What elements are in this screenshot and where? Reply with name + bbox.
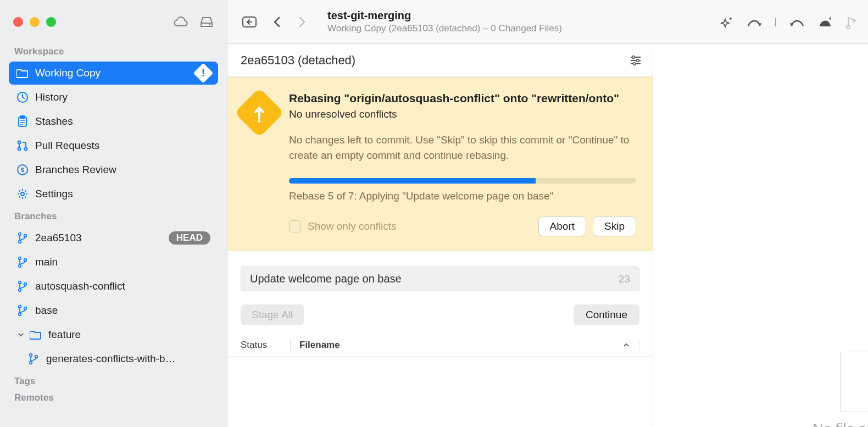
minimize-window-button[interactable] (30, 17, 40, 27)
warning-icon (235, 88, 285, 138)
sidebar-top (0, 0, 227, 44)
nav-forward-button[interactable] (291, 11, 313, 33)
file-placeholder-icon (840, 352, 868, 412)
branch-item-main[interactable]: main (9, 251, 218, 274)
filters-icon[interactable] (630, 56, 642, 65)
branch-label: autosquash-conflict (35, 280, 210, 292)
rebase-hint: No changes left to commit. Use "Skip" to… (289, 132, 636, 163)
branch-icon (16, 256, 29, 268)
wc-header-label: 2ea65103 (detached) (241, 53, 355, 68)
push-icon[interactable] (817, 15, 833, 29)
sidebar-item-label: Stashes (35, 115, 210, 127)
folder-label: feature (48, 329, 210, 341)
continue-button[interactable]: Continue (574, 304, 639, 325)
clock-icon (16, 91, 29, 103)
folder-icon (30, 329, 42, 341)
sparkle-icon[interactable] (720, 15, 734, 29)
svg-point-24 (35, 356, 38, 358)
sidebar-item-label: Pull Requests (35, 140, 210, 152)
th-status[interactable]: Status (241, 340, 290, 351)
sidebar-item-pull-requests[interactable]: Pull Requests (9, 134, 218, 157)
alert-badge-icon: ! (193, 63, 214, 84)
rebase-title: Rebasing "origin/autosquash-conflict" on… (289, 92, 636, 105)
branch-item-feature-child[interactable]: generates-conflicts-with-b… (9, 347, 218, 370)
sidebar-item-label: Working Copy (35, 67, 190, 79)
branch-icon (27, 353, 40, 365)
file-table-header: Status Filename (227, 340, 653, 357)
branch-label: base (35, 304, 210, 317)
svg-point-30 (258, 120, 261, 123)
branch-item-base[interactable]: base (9, 299, 218, 322)
svg-point-27 (632, 56, 635, 58)
svg-point-12 (24, 235, 27, 237)
repo-title: test-git-merging (327, 9, 562, 22)
workspace-header: Workspace (14, 46, 218, 57)
close-window-button[interactable] (13, 17, 23, 27)
svg-point-11 (19, 241, 21, 243)
svg-point-9 (21, 192, 24, 196)
disk-icon[interactable] (199, 16, 214, 28)
svg-point-17 (19, 289, 21, 292)
sidebar-item-stashes[interactable]: Stashes (9, 110, 218, 133)
merge-icon[interactable] (845, 14, 857, 30)
cloud-icon[interactable] (173, 16, 188, 28)
rebase-banner: Rebasing "origin/autosquash-conflict" on… (227, 77, 653, 251)
sidebar-body: Workspace Working Copy ! History Stashes (0, 44, 227, 427)
repo-subtitle: Working Copy (2ea65103 (detached) – 0 Ch… (327, 23, 562, 34)
branch-folder-feature[interactable]: feature (9, 323, 218, 346)
sidebar-item-branches-review[interactable]: $ Branches Review (9, 158, 218, 181)
gear-icon (16, 188, 29, 200)
branches-header: Branches (14, 211, 218, 222)
branch-icon (16, 232, 29, 244)
sidebar-item-working-copy[interactable]: Working Copy ! (9, 62, 218, 85)
head-badge: HEAD (169, 231, 210, 245)
abort-button[interactable]: Abort (538, 217, 586, 236)
skip-button[interactable]: Skip (593, 217, 636, 236)
nav-back-button[interactable] (266, 11, 288, 33)
folder-icon (16, 67, 29, 79)
svg-point-15 (24, 259, 27, 262)
svg-point-4 (18, 141, 21, 144)
traffic-lights (13, 17, 56, 27)
rebase-progress (289, 178, 636, 184)
svg-point-0 (209, 24, 211, 26)
fetch-icon[interactable] (746, 16, 763, 28)
divider (639, 340, 639, 351)
show-conflicts-checkbox[interactable]: Show only conflicts (289, 220, 397, 232)
rebase-progress-label: Rebase 5 of 7: Applying "Update welcome … (289, 190, 636, 202)
svg-text:$: $ (21, 167, 24, 173)
rebase-subtitle: No unresolved conflicts (289, 108, 636, 120)
svg-point-5 (18, 148, 21, 151)
divider (290, 340, 291, 351)
branch-icon (16, 304, 29, 317)
svg-point-10 (19, 233, 21, 236)
back-to-sidebar-button[interactable] (238, 11, 260, 33)
pull-request-icon (16, 140, 29, 152)
sidebar-item-label: History (35, 91, 210, 103)
tags-header: Tags (14, 376, 218, 387)
rebase-progress-bar (289, 178, 536, 184)
review-icon: $ (16, 164, 29, 176)
chevron-down-icon (16, 332, 25, 337)
remotes-header: Remotes (14, 392, 218, 403)
no-file-label: No file s (813, 421, 866, 427)
stage-all-button[interactable]: Stage All (241, 304, 304, 325)
svg-point-18 (24, 283, 27, 286)
svg-point-6 (25, 148, 27, 151)
branch-label: 2ea65103 (35, 232, 162, 244)
svg-point-16 (19, 281, 21, 284)
sidebar-item-settings[interactable]: Settings (9, 182, 218, 206)
branch-item-detached[interactable]: 2ea65103 HEAD (9, 226, 218, 249)
commit-char-count: 23 (619, 273, 630, 285)
sidebar-item-history[interactable]: History (9, 86, 218, 109)
th-filename[interactable]: Filename (299, 340, 622, 351)
sort-icon[interactable] (622, 342, 635, 348)
svg-point-19 (19, 306, 21, 308)
branch-item-autosquash[interactable]: autosquash-conflict (9, 275, 218, 298)
working-copy-header: 2ea65103 (detached) (227, 44, 653, 77)
maximize-window-button[interactable] (46, 17, 56, 27)
pull-icon[interactable] (789, 16, 805, 28)
center-pane: 2ea65103 (detached) Rebasing "origin/aut… (227, 44, 653, 427)
branch-icon (16, 280, 29, 292)
commit-message-input[interactable]: Update welcome page on base 23 (241, 267, 639, 291)
